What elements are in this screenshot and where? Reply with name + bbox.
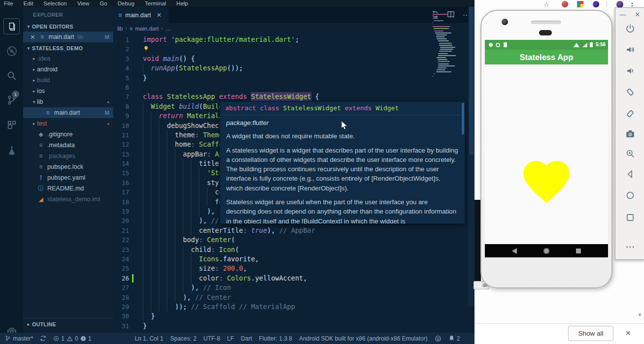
extensions-icon[interactable] — [0, 115, 23, 135]
line-number[interactable]: 21 — [113, 226, 129, 235]
code-line-3[interactable]: 3void main() { — [113, 54, 475, 63]
tree-file-main-dart[interactable]: ≡main.dartM — [23, 107, 113, 118]
menu-edit[interactable]: Edit — [24, 0, 34, 6]
rotate-left-icon[interactable] — [625, 87, 635, 99]
scrollbar-arrow-icon[interactable]: ▼ — [638, 313, 642, 317]
line-number[interactable]: 31 — [113, 321, 129, 331]
code-line-30[interactable]: 30} — [113, 312, 475, 321]
line-number[interactable]: 29 — [113, 302, 129, 312]
bookmark-star-icon[interactable]: ☆ — [543, 1, 549, 8]
code-line-22[interactable]: 22body: Center( — [113, 235, 475, 245]
tree-folder-lib[interactable]: ▾lib● — [23, 96, 113, 107]
line-number[interactable]: 23 — [113, 245, 129, 254]
tree-file--packages[interactable]: ≡.packages — [23, 151, 113, 161]
code-line-4[interactable]: 4runApp(StatelessApp()); — [113, 63, 475, 73]
sync-status-icon[interactable] — [40, 335, 46, 342]
line-number[interactable]: 28 — [113, 293, 129, 302]
code-line-1[interactable]: 1import 'package:flutter/material.dart'; — [113, 35, 475, 44]
emulator-screen[interactable]: 5:56 Stateless App — [485, 40, 608, 257]
cursor-position[interactable]: Ln 1, Col 1 — [135, 335, 163, 342]
home-circle-icon[interactable] — [543, 248, 549, 254]
line-number[interactable]: 14 — [113, 159, 129, 168]
line-number[interactable]: 10 — [113, 121, 129, 130]
code-line-29[interactable]: 29)); // Scaffold // MaterialApp — [113, 302, 475, 312]
code-line-7[interactable]: 7class StatelessApp extends StatelessWid… — [113, 92, 475, 101]
line-number[interactable]: 12 — [113, 140, 129, 149]
tree-folder-android[interactable]: ▸android — [23, 64, 113, 75]
explorer-icon[interactable] — [0, 17, 23, 36]
outline-section-header[interactable]: ▸ OUTLINE — [23, 318, 113, 328]
tooltip-scrollbar[interactable] — [462, 103, 464, 134]
tree-folder-test[interactable]: ▸test● — [23, 118, 113, 129]
tree-file-stateless-demo-iml[interactable]: ◢stateless_demo.iml — [23, 194, 113, 205]
eol[interactable]: LF — [227, 335, 234, 342]
close-icon[interactable]: ✕ — [625, 329, 631, 338]
line-number[interactable]: 4 — [113, 63, 129, 73]
menu-terminal[interactable]: Terminal — [145, 0, 166, 6]
minimize-icon[interactable]: — — [620, 11, 626, 18]
line-number[interactable]: 22 — [113, 235, 129, 245]
code-line-6[interactable]: 6 — [113, 83, 475, 92]
flutter-version[interactable]: Flutter: 1.3.8 — [259, 335, 292, 342]
problems-status[interactable]: 1 0 1 — [53, 335, 91, 342]
line-number[interactable]: 30 — [113, 312, 129, 321]
line-number[interactable]: 9 — [113, 111, 129, 121]
code-line-27[interactable]: 27), // Icon — [113, 283, 475, 292]
line-number[interactable]: 19 — [113, 207, 129, 216]
line-number[interactable]: 8 — [113, 102, 129, 111]
line-number[interactable]: 16 — [113, 178, 129, 188]
tree-file-readme-md[interactable]: ⓘREADME.md — [23, 183, 113, 194]
extension-c-icon[interactable] — [593, 1, 599, 7]
line-number[interactable]: 3 — [113, 54, 129, 63]
line-number[interactable]: 15 — [113, 168, 129, 178]
code-line-2[interactable]: 2 — [113, 44, 475, 54]
test-beaker-icon[interactable] — [0, 141, 23, 160]
line-number[interactable]: 25 — [113, 264, 129, 273]
home-icon[interactable] — [625, 190, 635, 203]
overview-square-icon[interactable] — [576, 249, 581, 253]
menu-view[interactable]: View — [77, 0, 90, 6]
git-branch-status[interactable]: master* — [5, 335, 33, 342]
more-icon[interactable] — [625, 242, 635, 254]
profile-avatar[interactable] — [616, 1, 623, 8]
code-line-23[interactable]: 23child: Icon( — [113, 245, 475, 254]
code-line-31[interactable]: 31} — [113, 321, 475, 331]
device-selector[interactable]: Android SDK built for x86 (android-x86 E… — [299, 335, 428, 342]
tree-file-pubspec-lock[interactable]: ≡pubspec.lock — [23, 161, 113, 172]
tree-folder-build[interactable]: ▸build — [23, 75, 113, 86]
extension-a-icon[interactable] — [562, 1, 568, 7]
tab-main-dart[interactable]: ≡ main.dart ✕ — [113, 7, 169, 23]
tree-folder--idea[interactable]: ▸.idea — [23, 53, 113, 64]
code-line-21[interactable]: 21centerTitle: true), // AppBar — [113, 226, 475, 235]
rotate-right-icon[interactable] — [625, 109, 635, 121]
show-all-button[interactable]: Show all — [568, 326, 613, 341]
back-triangle-icon[interactable] — [512, 248, 517, 254]
tree-file--metadata[interactable]: ≡.metadata — [23, 140, 113, 151]
encoding[interactable]: UTF-8 — [203, 335, 220, 342]
tree-file--gitignore[interactable]: ◆.gitignore — [23, 129, 113, 140]
close-icon[interactable]: ✕ — [156, 11, 161, 19]
zoom-icon[interactable] — [625, 149, 635, 161]
menu-go[interactable]: Go — [100, 0, 107, 6]
editor-scrollbar[interactable] — [468, 7, 475, 306]
indentation[interactable]: Spaces: 2 — [170, 335, 196, 342]
code-line-26[interactable]: 26color: Colors.yellowAccent, — [113, 274, 475, 283]
code-line-25[interactable]: 25size: 200.0, — [113, 264, 475, 273]
line-number[interactable]: 24 — [113, 254, 129, 264]
volume-down-icon[interactable] — [625, 66, 635, 78]
feedback-smiley-icon[interactable] — [435, 335, 441, 342]
open-editor-item[interactable]: ✕ ≡ main.dart lib M — [23, 31, 113, 42]
debug-icon[interactable] — [0, 41, 23, 61]
line-number[interactable]: 17 — [113, 188, 129, 197]
line-number[interactable]: 1 — [113, 35, 129, 44]
close-icon[interactable]: ✕ — [30, 33, 35, 41]
breadcrumb[interactable]: lib › ≡ main.dart › … — [113, 23, 475, 33]
screenshot-icon[interactable] — [625, 129, 635, 141]
line-number[interactable]: 18 — [113, 197, 129, 207]
language-mode[interactable]: Dart — [241, 335, 252, 342]
project-section-header[interactable]: ▾ STATELESS_DEMO — [23, 43, 113, 53]
tree-folder-ios[interactable]: ▸ios — [23, 86, 113, 96]
menu-debug[interactable]: Debug — [118, 0, 135, 6]
extension-b-icon[interactable] — [577, 1, 583, 7]
open-editors-header[interactable]: ▾ OPEN EDITORS — [23, 22, 113, 31]
